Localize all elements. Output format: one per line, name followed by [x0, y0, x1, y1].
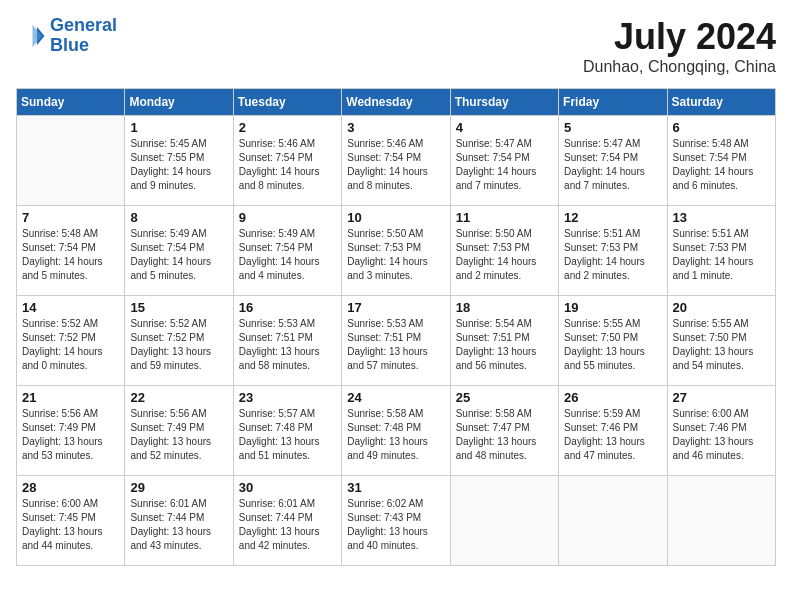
cell-info: Sunrise: 5:52 AMSunset: 7:52 PMDaylight:…: [22, 317, 119, 373]
cell-info: Sunrise: 6:02 AMSunset: 7:43 PMDaylight:…: [347, 497, 444, 553]
cell-info: Sunrise: 5:58 AMSunset: 7:48 PMDaylight:…: [347, 407, 444, 463]
cell-info: Sunrise: 5:55 AMSunset: 7:50 PMDaylight:…: [673, 317, 770, 373]
logo-icon: [16, 21, 46, 51]
day-number: 2: [239, 120, 336, 135]
calendar-cell: 20Sunrise: 5:55 AMSunset: 7:50 PMDayligh…: [667, 296, 775, 386]
day-number: 25: [456, 390, 553, 405]
cell-info: Sunrise: 5:54 AMSunset: 7:51 PMDaylight:…: [456, 317, 553, 373]
day-number: 12: [564, 210, 661, 225]
day-number: 6: [673, 120, 770, 135]
day-number: 31: [347, 480, 444, 495]
calendar-week-1: 1Sunrise: 5:45 AMSunset: 7:55 PMDaylight…: [17, 116, 776, 206]
cell-info: Sunrise: 5:46 AMSunset: 7:54 PMDaylight:…: [347, 137, 444, 193]
day-number: 7: [22, 210, 119, 225]
day-number: 8: [130, 210, 227, 225]
calendar-cell: 9Sunrise: 5:49 AMSunset: 7:54 PMDaylight…: [233, 206, 341, 296]
calendar-cell: 27Sunrise: 6:00 AMSunset: 7:46 PMDayligh…: [667, 386, 775, 476]
cell-info: Sunrise: 5:50 AMSunset: 7:53 PMDaylight:…: [456, 227, 553, 283]
cell-info: Sunrise: 5:56 AMSunset: 7:49 PMDaylight:…: [130, 407, 227, 463]
day-number: 10: [347, 210, 444, 225]
cell-info: Sunrise: 5:47 AMSunset: 7:54 PMDaylight:…: [564, 137, 661, 193]
cell-info: Sunrise: 5:56 AMSunset: 7:49 PMDaylight:…: [22, 407, 119, 463]
calendar-cell: 25Sunrise: 5:58 AMSunset: 7:47 PMDayligh…: [450, 386, 558, 476]
calendar-cell: 1Sunrise: 5:45 AMSunset: 7:55 PMDaylight…: [125, 116, 233, 206]
day-number: 20: [673, 300, 770, 315]
cell-info: Sunrise: 5:58 AMSunset: 7:47 PMDaylight:…: [456, 407, 553, 463]
day-number: 18: [456, 300, 553, 315]
calendar-cell: [17, 116, 125, 206]
calendar-week-5: 28Sunrise: 6:00 AMSunset: 7:45 PMDayligh…: [17, 476, 776, 566]
calendar-cell: 7Sunrise: 5:48 AMSunset: 7:54 PMDaylight…: [17, 206, 125, 296]
day-number: 16: [239, 300, 336, 315]
cell-info: Sunrise: 5:52 AMSunset: 7:52 PMDaylight:…: [130, 317, 227, 373]
day-number: 15: [130, 300, 227, 315]
calendar-cell: 28Sunrise: 6:00 AMSunset: 7:45 PMDayligh…: [17, 476, 125, 566]
calendar-cell: 12Sunrise: 5:51 AMSunset: 7:53 PMDayligh…: [559, 206, 667, 296]
calendar-cell: 30Sunrise: 6:01 AMSunset: 7:44 PMDayligh…: [233, 476, 341, 566]
calendar-header-row: SundayMondayTuesdayWednesdayThursdayFrid…: [17, 89, 776, 116]
day-number: 29: [130, 480, 227, 495]
cell-info: Sunrise: 6:01 AMSunset: 7:44 PMDaylight:…: [239, 497, 336, 553]
calendar-cell: 26Sunrise: 5:59 AMSunset: 7:46 PMDayligh…: [559, 386, 667, 476]
day-number: 22: [130, 390, 227, 405]
day-header-saturday: Saturday: [667, 89, 775, 116]
calendar-cell: 6Sunrise: 5:48 AMSunset: 7:54 PMDaylight…: [667, 116, 775, 206]
cell-info: Sunrise: 5:46 AMSunset: 7:54 PMDaylight:…: [239, 137, 336, 193]
day-header-friday: Friday: [559, 89, 667, 116]
calendar-cell: 2Sunrise: 5:46 AMSunset: 7:54 PMDaylight…: [233, 116, 341, 206]
page-header: General Blue July 2024 Dunhao, Chongqing…: [16, 16, 776, 76]
calendar-cell: 24Sunrise: 5:58 AMSunset: 7:48 PMDayligh…: [342, 386, 450, 476]
day-number: 3: [347, 120, 444, 135]
calendar-cell: 5Sunrise: 5:47 AMSunset: 7:54 PMDaylight…: [559, 116, 667, 206]
cell-info: Sunrise: 5:53 AMSunset: 7:51 PMDaylight:…: [347, 317, 444, 373]
calendar-table: SundayMondayTuesdayWednesdayThursdayFrid…: [16, 88, 776, 566]
day-number: 13: [673, 210, 770, 225]
cell-info: Sunrise: 5:45 AMSunset: 7:55 PMDaylight:…: [130, 137, 227, 193]
day-header-wednesday: Wednesday: [342, 89, 450, 116]
day-number: 28: [22, 480, 119, 495]
cell-info: Sunrise: 6:01 AMSunset: 7:44 PMDaylight:…: [130, 497, 227, 553]
calendar-week-3: 14Sunrise: 5:52 AMSunset: 7:52 PMDayligh…: [17, 296, 776, 386]
day-number: 9: [239, 210, 336, 225]
calendar-cell: 31Sunrise: 6:02 AMSunset: 7:43 PMDayligh…: [342, 476, 450, 566]
day-header-monday: Monday: [125, 89, 233, 116]
calendar-cell: 8Sunrise: 5:49 AMSunset: 7:54 PMDaylight…: [125, 206, 233, 296]
calendar-cell: [667, 476, 775, 566]
calendar-cell: 18Sunrise: 5:54 AMSunset: 7:51 PMDayligh…: [450, 296, 558, 386]
cell-info: Sunrise: 5:51 AMSunset: 7:53 PMDaylight:…: [564, 227, 661, 283]
calendar-cell: 10Sunrise: 5:50 AMSunset: 7:53 PMDayligh…: [342, 206, 450, 296]
cell-info: Sunrise: 5:55 AMSunset: 7:50 PMDaylight:…: [564, 317, 661, 373]
cell-info: Sunrise: 5:49 AMSunset: 7:54 PMDaylight:…: [239, 227, 336, 283]
calendar-cell: 11Sunrise: 5:50 AMSunset: 7:53 PMDayligh…: [450, 206, 558, 296]
day-number: 21: [22, 390, 119, 405]
cell-info: Sunrise: 5:59 AMSunset: 7:46 PMDaylight:…: [564, 407, 661, 463]
cell-info: Sunrise: 5:53 AMSunset: 7:51 PMDaylight:…: [239, 317, 336, 373]
day-number: 11: [456, 210, 553, 225]
day-number: 26: [564, 390, 661, 405]
calendar-cell: 14Sunrise: 5:52 AMSunset: 7:52 PMDayligh…: [17, 296, 125, 386]
calendar-cell: 23Sunrise: 5:57 AMSunset: 7:48 PMDayligh…: [233, 386, 341, 476]
calendar-cell: [450, 476, 558, 566]
day-number: 24: [347, 390, 444, 405]
day-number: 27: [673, 390, 770, 405]
calendar-cell: 22Sunrise: 5:56 AMSunset: 7:49 PMDayligh…: [125, 386, 233, 476]
calendar-cell: 13Sunrise: 5:51 AMSunset: 7:53 PMDayligh…: [667, 206, 775, 296]
calendar-cell: [559, 476, 667, 566]
location: Dunhao, Chongqing, China: [583, 58, 776, 76]
cell-info: Sunrise: 5:47 AMSunset: 7:54 PMDaylight:…: [456, 137, 553, 193]
logo-text: General Blue: [50, 16, 117, 56]
day-header-tuesday: Tuesday: [233, 89, 341, 116]
calendar-cell: 17Sunrise: 5:53 AMSunset: 7:51 PMDayligh…: [342, 296, 450, 386]
day-number: 19: [564, 300, 661, 315]
cell-info: Sunrise: 5:57 AMSunset: 7:48 PMDaylight:…: [239, 407, 336, 463]
day-header-thursday: Thursday: [450, 89, 558, 116]
cell-info: Sunrise: 5:50 AMSunset: 7:53 PMDaylight:…: [347, 227, 444, 283]
calendar-cell: 4Sunrise: 5:47 AMSunset: 7:54 PMDaylight…: [450, 116, 558, 206]
calendar-cell: 16Sunrise: 5:53 AMSunset: 7:51 PMDayligh…: [233, 296, 341, 386]
day-header-sunday: Sunday: [17, 89, 125, 116]
calendar-cell: 15Sunrise: 5:52 AMSunset: 7:52 PMDayligh…: [125, 296, 233, 386]
calendar-cell: 3Sunrise: 5:46 AMSunset: 7:54 PMDaylight…: [342, 116, 450, 206]
day-number: 23: [239, 390, 336, 405]
day-number: 17: [347, 300, 444, 315]
day-number: 5: [564, 120, 661, 135]
